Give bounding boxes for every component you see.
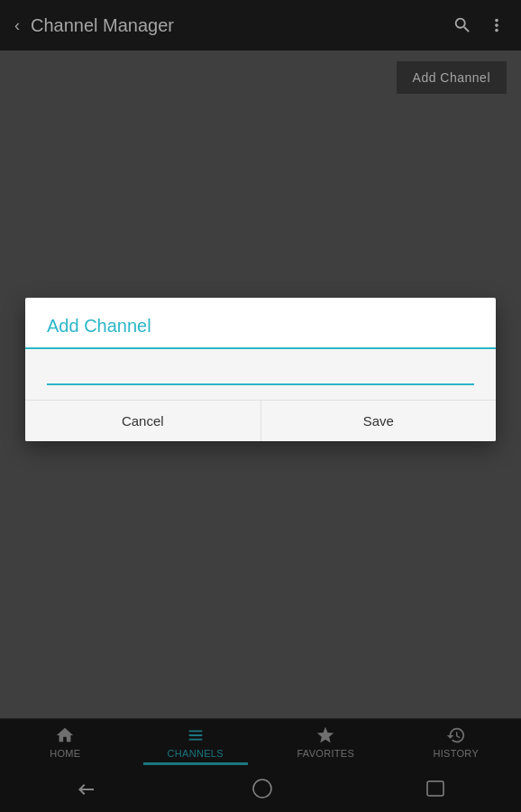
cancel-button[interactable]: Cancel (25, 401, 261, 441)
dialog-title: Add Channel (47, 316, 151, 336)
dialog-title-area: Add Channel (25, 298, 496, 349)
dialog-input-area (25, 349, 496, 400)
add-channel-dialog: Add Channel Cancel Save (25, 298, 496, 441)
dialog-actions: Cancel Save (25, 400, 496, 441)
save-button[interactable]: Save (261, 401, 497, 441)
channel-name-input[interactable] (47, 360, 474, 385)
